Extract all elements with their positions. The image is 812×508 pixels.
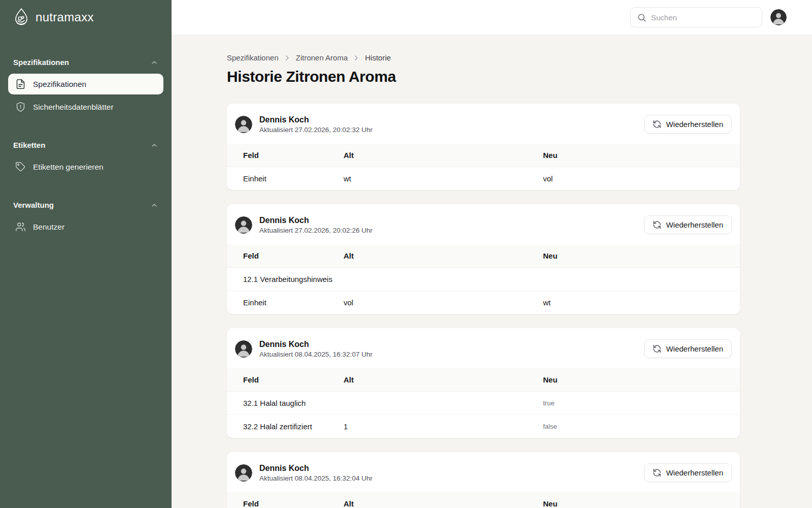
history-card-list: Dennis Koch Aktualisiert 27.02.2026, 20:… [227, 104, 740, 508]
sidebar-section-items: Benutzer [8, 216, 163, 237]
col-header-neu: Neu [543, 368, 740, 392]
breadcrumb-item[interactable]: Zitronen Aroma [296, 53, 348, 62]
change-row: 32.1 Halal tauglichtrue [227, 392, 740, 415]
col-header-feld: Feld [227, 144, 344, 167]
author-name: Dennis Koch [259, 340, 373, 349]
sidebar-item-label: Benutzer [33, 223, 64, 232]
history-card: Dennis Koch Aktualisiert 08.04.2025, 16:… [227, 328, 740, 438]
document-icon [15, 79, 26, 89]
change-cell: true [543, 392, 740, 415]
author-avatar [235, 340, 252, 358]
restore-button[interactable]: Wiederherstellen [644, 215, 732, 234]
author-name: Dennis Koch [259, 216, 373, 225]
breadcrumb-item: Historie [365, 53, 391, 62]
table-header-row: Feld Alt Neu [227, 368, 740, 392]
restore-button-label: Wiederherstellen [666, 344, 723, 353]
search-icon [637, 13, 647, 22]
sidebar-item-spezifikationen[interactable]: Spezifikationen [8, 74, 163, 94]
breadcrumb: Spezifikationen Zitronen Aroma Historie [227, 53, 740, 62]
sidebar-item-label: Sicherheitsdatenblätter [33, 103, 114, 112]
sidebar-section-header[interactable]: Etiketten [8, 141, 163, 149]
changes-table: Feld Alt Neu [227, 492, 740, 508]
sidebar-section-items: Etiketten generieren [8, 156, 163, 177]
author-avatar [235, 216, 252, 234]
author-avatar [235, 116, 252, 133]
col-header-neu: Neu [543, 492, 740, 508]
change-cell: false [543, 415, 740, 438]
sidebar-section-header[interactable]: Verwaltung [8, 201, 163, 209]
sidebar-item-etiketten-generieren[interactable]: Etiketten generieren [8, 156, 163, 177]
author-avatar [235, 464, 252, 482]
sidebar-section-label: Verwaltung [13, 201, 54, 209]
table-header-row: Feld Alt Neu [227, 144, 740, 167]
author-name: Dennis Koch [259, 115, 373, 124]
sidebar-section: Verwaltung Benutzer [8, 201, 163, 237]
restore-button[interactable]: Wiederherstellen [644, 463, 732, 482]
sidebar-item-sicherheitsdatenbl-tter[interactable]: Sicherheitsdatenblätter [8, 97, 163, 117]
author-info: Dennis Koch Aktualisiert 27.02.2026, 20:… [259, 115, 373, 134]
user-avatar[interactable] [770, 9, 787, 25]
page-title: Historie Zitronen Aroma [227, 68, 740, 85]
chevron-up-icon [150, 201, 158, 209]
restore-button[interactable]: Wiederherstellen [644, 115, 732, 134]
changes-table: Feld Alt Neu 32.1 Halal tauglichtrue32.2… [227, 368, 740, 438]
chevron-up-icon [150, 141, 158, 149]
restore-refresh-icon [653, 220, 661, 229]
author-info: Dennis Koch Aktualisiert 08.04.2025, 16:… [259, 340, 373, 358]
col-header-feld: Feld [227, 368, 344, 392]
droplet-logo-icon [12, 7, 30, 27]
change-cell: wt [344, 167, 543, 190]
main-area: Spezifikationen Zitronen Aroma Historie … [172, 0, 812, 508]
sidebar: nutramaxx Spezifikationen Spezifikatione… [0, 0, 172, 508]
table-header-row: Feld Alt Neu [227, 244, 740, 268]
col-header-feld: Feld [227, 244, 344, 268]
brand-logo[interactable]: nutramaxx [0, 0, 172, 35]
history-card-header: Dennis Koch Aktualisiert 27.02.2026, 20:… [227, 204, 740, 244]
change-cell: vol [344, 291, 543, 314]
col-header-feld: Feld [227, 492, 344, 508]
change-cell [543, 268, 740, 291]
change-cell: 32.1 Halal tauglich [227, 392, 344, 415]
restore-button-label: Wiederherstellen [666, 120, 723, 129]
search-input[interactable] [651, 13, 756, 22]
restore-button[interactable]: Wiederherstellen [644, 339, 732, 358]
updated-timestamp: Aktualisiert 27.02.2026, 20:02:26 Uhr [259, 227, 373, 234]
author-info: Dennis Koch Aktualisiert 27.02.2026, 20:… [259, 216, 373, 234]
change-cell: wt [543, 291, 740, 314]
change-row: 12.1 Verarbeitungshinweis [227, 268, 740, 291]
history-card-header: Dennis Koch Aktualisiert 08.04.2025, 16:… [227, 328, 740, 368]
sidebar-section-items: Spezifikationen Sicherheitsdatenblätter [8, 74, 163, 117]
tag-icon [15, 162, 26, 172]
history-card: Dennis Koch Aktualisiert 27.02.2026, 20:… [227, 104, 740, 190]
col-header-neu: Neu [543, 144, 740, 167]
change-row: Einheitvolwt [227, 291, 740, 314]
restore-refresh-icon [653, 120, 661, 129]
change-cell: vol [543, 167, 740, 190]
col-header-neu: Neu [543, 244, 740, 268]
change-cell: 1 [344, 415, 543, 438]
history-card-header: Dennis Koch Aktualisiert 08.04.2025, 16:… [227, 452, 740, 492]
changes-table: Feld Alt Neu 12.1 VerarbeitungshinweisEi… [227, 244, 740, 314]
change-cell [344, 392, 543, 415]
shield-icon [15, 102, 26, 112]
change-cell: 32.2 Halal zertifiziert [227, 415, 344, 438]
breadcrumb-item[interactable]: Spezifikationen [227, 53, 279, 62]
sidebar-item-benutzer[interactable]: Benutzer [8, 216, 163, 237]
change-row: Einheitwtvol [227, 167, 740, 190]
col-header-alt: Alt [344, 492, 543, 508]
sidebar-item-label: Spezifikationen [33, 80, 86, 89]
content: Spezifikationen Zitronen Aroma Historie … [172, 35, 812, 508]
sidebar-section-label: Spezifikationen [13, 58, 69, 67]
sidebar-section-label: Etiketten [13, 141, 45, 149]
col-header-alt: Alt [344, 144, 543, 167]
table-header-row: Feld Alt Neu [227, 492, 740, 508]
change-cell: Einheit [227, 167, 344, 190]
search-box[interactable] [630, 7, 762, 27]
updated-timestamp: Aktualisiert 27.02.2026, 20:02:32 Uhr [259, 126, 373, 134]
change-row: 32.2 Halal zertifiziert1false [227, 415, 740, 438]
topbar [172, 0, 812, 35]
sidebar-section-header[interactable]: Spezifikationen [8, 58, 163, 67]
sidebar-section: Spezifikationen Spezifikationen Sicherhe… [8, 58, 163, 117]
sidebar-item-label: Etiketten generieren [33, 163, 104, 172]
change-cell [344, 268, 543, 291]
